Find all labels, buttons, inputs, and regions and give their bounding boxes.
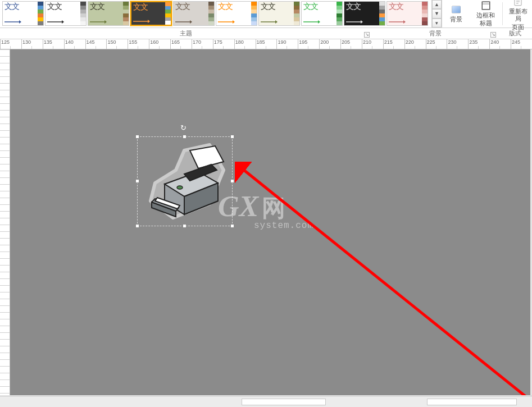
- svg-rect-24: [515, 0, 521, 5]
- theme-thumb-1[interactable]: 文文: [45, 1, 87, 26]
- group-label-format: 版式: [498, 28, 532, 39]
- canvas[interactable]: GX网 system.com ↻: [10, 49, 532, 395]
- work-area: GX网 system.com ↻: [0, 49, 532, 395]
- theme-gallery-scroll: ▲ ▼ ▾: [431, 0, 442, 28]
- theme-gallery-more[interactable]: ▾: [432, 19, 442, 28]
- theme-group-launcher[interactable]: ↘: [364, 32, 370, 38]
- resize-handle-tr[interactable]: [230, 135, 234, 139]
- svg-rect-21: [452, 6, 461, 13]
- resize-handle-bl[interactable]: [135, 224, 139, 228]
- ribbon-right-group: 背景 边框和标题 重新布局 页面: [442, 0, 532, 28]
- resize-handle-tm[interactable]: [183, 135, 187, 139]
- group-label-background: 背景 ↘: [372, 28, 498, 39]
- vertical-ruler: [0, 49, 10, 395]
- theme-aa-text: 文文: [389, 3, 403, 11]
- printer-shape[interactable]: [145, 139, 238, 229]
- background-icon: [451, 4, 461, 15]
- group-format-text: 版式: [509, 29, 521, 38]
- svg-marker-1: [19, 20, 21, 24]
- status-bar: [0, 396, 532, 407]
- theme-thumb-3[interactable]: 文文: [130, 1, 172, 26]
- ribbon-group-labels: 主题 ↘ 背景 ↘ 版式: [0, 28, 532, 39]
- background-button[interactable]: 背景: [442, 0, 470, 28]
- svg-rect-22: [482, 2, 490, 10]
- theme-gallery: 文文文文文文文文文文文文文文文文文文文文: [0, 0, 430, 28]
- relayout-label-1: 重新布局: [507, 8, 529, 22]
- status-segment-2: [427, 399, 517, 405]
- resize-handle-tl[interactable]: [135, 135, 139, 139]
- status-segment-1: [242, 399, 326, 405]
- theme-aa-text: 文文: [47, 3, 62, 11]
- theme-thumb-7[interactable]: 文文: [301, 1, 343, 26]
- theme-thumb-2[interactable]: 文文: [88, 1, 129, 26]
- theme-thumb-6[interactable]: 文文: [258, 1, 300, 26]
- annotation-arrow: [235, 162, 532, 395]
- relayout-icon: [513, 0, 523, 7]
- theme-scroll-up[interactable]: ▲: [432, 0, 442, 9]
- resize-handle-ml[interactable]: [135, 179, 139, 183]
- theme-thumb-9[interactable]: 文文: [387, 1, 428, 26]
- theme-aa-text: 文文: [261, 3, 275, 11]
- rotate-handle[interactable]: ↻: [180, 124, 188, 131]
- background-group-launcher[interactable]: ↘: [490, 32, 496, 38]
- theme-scroll-down[interactable]: ▼: [432, 9, 442, 18]
- theme-thumb-5[interactable]: 文文: [216, 1, 257, 26]
- svg-marker-9: [190, 20, 192, 24]
- svg-marker-11: [233, 20, 235, 24]
- border-title-icon: [481, 1, 491, 11]
- svg-marker-17: [361, 20, 363, 24]
- theme-aa-text: 文文: [303, 3, 318, 11]
- theme-aa-text: 文文: [346, 3, 361, 11]
- svg-marker-19: [403, 20, 406, 24]
- border-title-button[interactable]: 边框和标题: [470, 0, 501, 28]
- horizontal-ruler: 1251301351401451501551601651701751801851…: [0, 39, 532, 49]
- theme-aa-text: 文文: [90, 3, 104, 11]
- ribbon: 文文文文文文文文文文文文文文文文文文文文 ▲ ▼ ▾ 背景 边框和标题 重新布局…: [0, 0, 532, 28]
- relayout-button[interactable]: 重新布局 页面: [504, 0, 532, 28]
- svg-marker-3: [62, 20, 64, 24]
- svg-marker-15: [318, 20, 320, 24]
- watermark-x: X: [239, 190, 259, 223]
- theme-aa-text: 文文: [175, 3, 190, 11]
- theme-aa-text: 文文: [4, 3, 19, 11]
- group-label-theme: 主题 ↘: [0, 28, 372, 39]
- theme-thumb-8[interactable]: 文文: [344, 1, 385, 26]
- theme-thumb-0[interactable]: 文文: [2, 1, 44, 26]
- group-theme-text: 主题: [180, 29, 192, 38]
- theme-aa-text: 文文: [133, 3, 148, 11]
- background-label: 背景: [450, 16, 462, 23]
- svg-point-31: [177, 186, 183, 189]
- page[interactable]: GX网 system.com ↻: [10, 61, 532, 395]
- border-title-label: 边框和标题: [474, 12, 498, 26]
- ribbon-separator: [502, 2, 503, 25]
- svg-marker-7: [148, 20, 150, 23]
- svg-marker-5: [104, 20, 107, 24]
- svg-line-36: [240, 167, 527, 395]
- watermark-cn: 网: [262, 195, 285, 221]
- theme-thumb-4[interactable]: 文文: [173, 1, 215, 26]
- theme-aa-text: 文文: [218, 3, 233, 11]
- watermark-sub: system.com: [254, 221, 313, 231]
- group-bg-text: 背景: [429, 29, 442, 38]
- svg-marker-13: [275, 20, 278, 24]
